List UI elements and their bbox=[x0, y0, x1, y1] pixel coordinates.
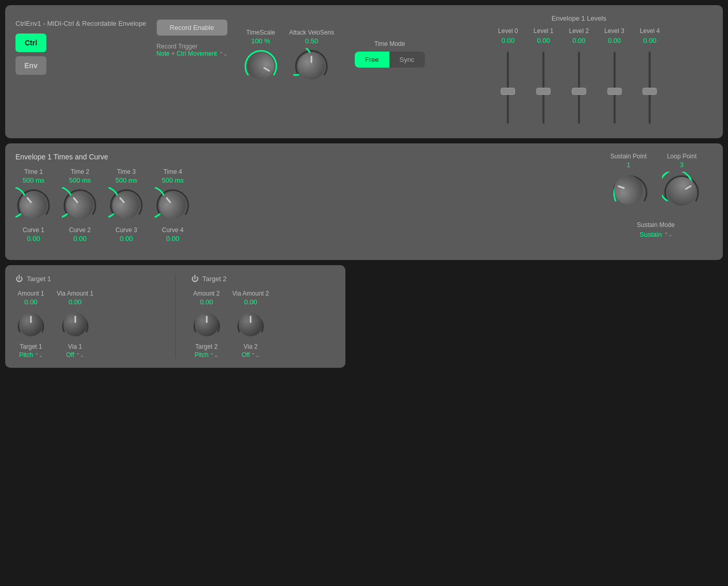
level-0-col: Level 0 0.00 bbox=[498, 27, 518, 129]
sustain-point-label: Sustain Point bbox=[610, 153, 647, 160]
time-2-col: Time 2 500 ms Curve 2 0.00 bbox=[62, 168, 98, 246]
time-4-col: Time 4 500 ms Curve 4 0.00 bbox=[155, 168, 191, 246]
sustain-point-knob[interactable] bbox=[610, 172, 647, 208]
attack-area: Attack VeloSens 0.50 bbox=[289, 29, 334, 84]
target-2-dropdown[interactable]: Pitch ⌃⌄ bbox=[195, 351, 219, 359]
via-amount-2-knob[interactable] bbox=[235, 309, 266, 340]
target-1-chevron: ⌃⌄ bbox=[35, 352, 43, 358]
time-3-label: Time 3 bbox=[117, 168, 136, 175]
via-amount-2-value: 0.00 bbox=[244, 298, 257, 306]
curve-2-label: Curve 2 bbox=[69, 226, 91, 234]
env-button[interactable]: Env bbox=[15, 56, 46, 75]
sustain-mode-area: Sustain Mode Sustain ⌃⌄ bbox=[637, 221, 674, 238]
panel-title: CtrlEnv1 - MIDI-Ctrl & Recordable Envelo… bbox=[15, 20, 146, 27]
target-2-chevron: ⌃⌄ bbox=[210, 352, 218, 358]
target-1-power-icon[interactable]: ⏻ bbox=[15, 274, 23, 283]
target-1-title: Target 1 bbox=[27, 275, 51, 283]
amount-1-knob[interactable] bbox=[15, 309, 46, 340]
attack-knob[interactable] bbox=[293, 48, 329, 84]
panel-3: ⏻ Target 1 Amount 1 0.00 Target 1 Pitch … bbox=[5, 265, 345, 368]
via-amount-2-label: Via Amount 2 bbox=[233, 290, 269, 297]
time-1-value: 500 ms bbox=[23, 176, 45, 184]
target-1-header: ⏻ Target 1 bbox=[15, 274, 160, 283]
time-1-knob[interactable] bbox=[15, 187, 52, 223]
times-row: Time 1 500 ms Curve 1 0.00 Time 2 bbox=[15, 168, 578, 246]
target-2-power-icon[interactable]: ⏻ bbox=[191, 274, 198, 283]
level-1-slider[interactable] bbox=[542, 46, 544, 129]
amount-2-value: 0.00 bbox=[200, 298, 213, 306]
target-1-section: ⏻ Target 1 Amount 1 0.00 Target 1 Pitch … bbox=[15, 274, 160, 359]
record-enable-button[interactable]: Record Enable bbox=[157, 20, 227, 36]
right-section: Sustain Point 1 Loop Point 3 bbox=[599, 153, 713, 251]
via-amount-1-knob[interactable] bbox=[60, 309, 91, 340]
time-3-knob[interactable] bbox=[108, 187, 144, 223]
amount-2-knob[interactable] bbox=[191, 309, 222, 340]
amount-1-col: Amount 1 0.00 Target 1 Pitch ⌃⌄ bbox=[15, 290, 46, 359]
amount-2-col: Amount 2 0.00 Target 2 Pitch ⌃⌄ bbox=[191, 290, 222, 359]
via-2-dropdown[interactable]: Off ⌃⌄ bbox=[242, 351, 260, 359]
level-4-col: Level 4 0.00 bbox=[640, 27, 660, 129]
curve-1-value: 0.00 bbox=[27, 235, 40, 242]
target-2-title: Target 2 bbox=[203, 275, 227, 283]
level-4-thumb[interactable] bbox=[642, 88, 657, 95]
loop-point-label: Loop Point bbox=[667, 153, 697, 160]
loop-point-col: Loop Point 3 bbox=[662, 153, 701, 211]
timescale-value: 100 % bbox=[251, 37, 270, 45]
curve-4-label: Curve 4 bbox=[162, 226, 184, 234]
level-4-slider[interactable] bbox=[649, 46, 651, 129]
attack-label: Attack VeloSens bbox=[289, 29, 334, 36]
free-button[interactable]: Free bbox=[355, 52, 389, 68]
curve-1-label: Curve 1 bbox=[23, 226, 44, 234]
via-1-dropdown[interactable]: Off ⌃⌄ bbox=[66, 351, 84, 359]
times-curve-section: Envelope 1 Times and Curve Time 1 500 ms… bbox=[15, 153, 578, 251]
level-3-label: Level 3 bbox=[604, 27, 624, 35]
target-1-dropdown[interactable]: Pitch ⌃⌄ bbox=[19, 351, 43, 359]
level-0-slider[interactable] bbox=[507, 46, 509, 129]
target-2-section: ⏻ Target 2 Amount 2 0.00 Target 2 Pitch … bbox=[191, 274, 336, 359]
time-2-knob[interactable] bbox=[62, 187, 98, 223]
level-3-value: 0.00 bbox=[608, 37, 621, 44]
level-0-label: Level 0 bbox=[498, 27, 518, 35]
sustain-point-col: Sustain Point 1 bbox=[610, 153, 647, 211]
level-0-thumb[interactable] bbox=[501, 88, 515, 95]
record-trigger-chevron: ⌃⌄ bbox=[219, 51, 227, 57]
target-1-label: Target 1 bbox=[20, 343, 42, 350]
level-2-thumb[interactable] bbox=[572, 88, 586, 95]
ctrl-button[interactable]: Ctrl bbox=[15, 34, 46, 52]
timescale-label: TimeScale bbox=[246, 29, 275, 36]
sustain-mode-label: Sustain Mode bbox=[637, 221, 674, 229]
level-4-label: Level 4 bbox=[640, 27, 660, 35]
via-2-label: Via 2 bbox=[244, 343, 258, 350]
sustain-mode-value[interactable]: Sustain ⌃⌄ bbox=[639, 231, 672, 238]
envelope-levels: Envelope 1 Levels Level 0 0.00 Level 1 0… bbox=[445, 14, 713, 129]
via-amount-1-value: 0.00 bbox=[69, 298, 81, 306]
timescale-knob[interactable] bbox=[243, 48, 279, 84]
sync-button[interactable]: Sync bbox=[389, 52, 425, 68]
loop-point-knob[interactable] bbox=[662, 172, 701, 211]
curve-2-value: 0.00 bbox=[73, 235, 86, 242]
level-4-value: 0.00 bbox=[643, 37, 656, 44]
level-3-slider[interactable] bbox=[614, 46, 616, 129]
time-mode-buttons: Free Sync bbox=[355, 52, 425, 68]
curve-3-label: Curve 3 bbox=[115, 226, 137, 234]
target-2-header: ⏻ Target 2 bbox=[191, 274, 336, 283]
sustain-loop-row: Sustain Point 1 Loop Point 3 bbox=[610, 153, 702, 211]
amount-2-label: Amount 2 bbox=[193, 290, 220, 297]
curve-3-value: 0.00 bbox=[120, 235, 133, 242]
level-2-col: Level 2 0.00 bbox=[569, 27, 589, 129]
record-trigger-value[interactable]: Note + Ctrl Movement ⌃⌄ bbox=[157, 50, 227, 57]
level-2-slider[interactable] bbox=[578, 46, 580, 129]
level-3-thumb[interactable] bbox=[607, 88, 622, 95]
level-1-thumb[interactable] bbox=[536, 88, 551, 95]
via-1-chevron: ⌃⌄ bbox=[76, 352, 84, 358]
via-amount-1-label: Via Amount 1 bbox=[57, 290, 93, 297]
time-4-knob[interactable] bbox=[155, 187, 191, 223]
via-2-chevron: ⌃⌄ bbox=[251, 352, 259, 358]
level-2-label: Level 2 bbox=[569, 27, 589, 35]
envelope-levels-title: Envelope 1 Levels bbox=[445, 14, 713, 22]
time-3-value: 500 ms bbox=[115, 176, 138, 184]
panel-3-divider bbox=[175, 274, 176, 359]
time-4-label: Time 4 bbox=[163, 168, 182, 175]
mode-buttons: CtrlEnv1 - MIDI-Ctrl & Recordable Envelo… bbox=[15, 20, 146, 75]
target-1-row: Amount 1 0.00 Target 1 Pitch ⌃⌄ Via Amou… bbox=[15, 290, 160, 359]
